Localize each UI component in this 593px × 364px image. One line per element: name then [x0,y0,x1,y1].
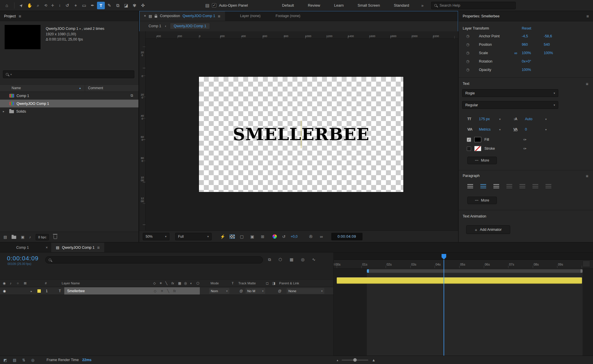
eyedropper-icon[interactable]: ✑ [523,137,527,142]
viewer-timecode[interactable]: 0:00:04:09 [331,233,363,240]
orbit-camera-tool-icon[interactable]: ⟲ [43,2,49,9]
quality-switch-icon[interactable]: ╲ [165,281,167,285]
panel-menu-icon[interactable]: ≡ [218,14,220,19]
stopwatch-icon[interactable]: ◷ [466,34,479,38]
project-settings-icon[interactable]: ♪ [29,235,31,239]
pen-tool-icon[interactable]: ✒ [89,2,96,9]
layer-fx-icon[interactable]: fx [173,289,176,293]
close-icon[interactable]: × [144,14,146,18]
text-more-button[interactable]: ••• More [467,157,497,164]
shy-switch-icon[interactable]: ◇ [153,281,156,285]
layer-color-chip[interactable] [37,289,41,293]
panel-menu-icon[interactable]: ≡ [586,14,589,19]
mask-visibility-icon[interactable]: ▢ [238,233,245,240]
layer-visibility-eye-icon[interactable]: ◉ [3,289,6,293]
pan-behind-tool-icon[interactable]: ⌖ [72,2,80,9]
align-right-icon[interactable] [493,184,499,189]
project-item-name[interactable]: QwertyJOO Comp 1 [46,27,78,31]
fast-previews-icon[interactable]: ⚡ [219,233,226,240]
justify-last-left-icon[interactable] [506,184,512,189]
sort-arrows-icon[interactable]: ⇅ [22,358,25,362]
zoom-in-icon[interactable]: ▲ [372,358,376,362]
justify-last-center-icon[interactable] [519,184,525,189]
timeline-tab-current[interactable]: ▤ QwertyJOO Comp 1 ≡ [51,243,104,252]
current-timecode[interactable]: 0:00:04:09 [7,255,39,262]
font-size-value[interactable]: 175 px [479,117,499,121]
workspace-small-screen[interactable]: Small Screen [358,3,380,8]
stopwatch-icon[interactable]: ◷ [466,67,479,72]
breadcrumb-current[interactable]: QwertyJOO Comp 1 [170,23,210,29]
eraser-tool-icon[interactable]: ◪ [122,2,130,9]
layer-name-cell[interactable]: Smellerbee [64,287,200,295]
selection-tool-icon[interactable]: ➤ [16,0,27,11]
position-x-value[interactable]: 960 [522,43,544,47]
column-preserve-transparency[interactable]: T [232,281,234,285]
blend-mode-dropdown[interactable]: Norn ▾ [209,288,229,294]
time-navigator-strip[interactable] [334,253,593,260]
chevron-down-icon[interactable]: ▾ [499,128,501,131]
graph-editor-icon[interactable]: ∿ [312,257,316,262]
project-row-comp1[interactable]: Comp 1 ⧉ [0,92,138,100]
project-search-input[interactable]: ▾ [3,70,134,78]
brush-tool-icon[interactable]: ✎ [105,2,113,9]
section-menu-icon[interactable]: ≡ [586,173,588,178]
font-style-dropdown[interactable]: Regular ▾ [462,101,558,109]
delete-trash-icon[interactable] [54,235,57,239]
timeline-search-input[interactable] [45,256,263,264]
mini-flowchart-icon[interactable]: ⧉ [268,257,271,262]
fill-checkbox[interactable]: ✓ [467,138,471,142]
region-of-interest-icon[interactable]: ▣ [249,233,256,240]
clone-stamp-tool-icon[interactable]: ⧉ [114,2,122,9]
auto-open-panel-checkbox[interactable]: ✓ [212,3,216,8]
tab-layer[interactable]: Layer (none) [240,14,261,18]
used-in-network-icon[interactable]: ⧉ [131,94,133,98]
transparency-grid-icon[interactable] [230,235,235,239]
stopwatch-icon[interactable]: ◷ [466,51,479,55]
link-scale-icon[interactable]: ∞ [514,51,517,55]
bit-depth-button[interactable]: 8 bpc [36,234,49,240]
column-layer-name[interactable]: Layer Name [62,281,80,285]
shape-tool-icon[interactable]: ▭ [80,2,88,9]
collapse-switch-icon[interactable]: ☀ [159,281,162,285]
comp-marker-bin[interactable] [583,261,590,267]
parent-dropdown[interactable]: None ▾ [287,288,324,294]
stopwatch-icon[interactable]: ◷ [466,42,479,47]
chevron-down-icon[interactable]: ▾ [79,27,81,30]
anchor-x-value[interactable]: -4,5 [522,34,544,38]
zoom-slider-thumb[interactable] [353,358,357,362]
reset-transform-button[interactable]: Reset [522,26,531,30]
type-tool-icon[interactable]: T [97,2,105,9]
magnification-dropdown[interactable]: 50% ▾ [143,233,169,240]
justify-all-icon[interactable] [546,184,551,189]
panel-menu-icon[interactable]: ≡ [97,245,100,250]
hand-tool-icon[interactable]: ✋ [26,2,34,9]
track-matte-dropdown[interactable]: No M ▾ [246,288,265,294]
fill-color-swatch[interactable] [474,137,481,142]
layer-collapse-icon[interactable]: ☀ [160,289,164,293]
project-row-solids[interactable]: ▸ Solids [0,107,138,115]
grid-guides-icon[interactable]: ⊞ [259,233,266,240]
tab-composition[interactable]: × ▤ Composition QwertyJOO Comp 1 ≡ [139,11,225,21]
expand-chevron-icon[interactable]: ▸ [31,289,32,292]
chevron-down-icon[interactable]: ▾ [545,128,547,131]
draft-3d-icon[interactable]: ⬡ [279,257,282,262]
toggle-switches-icon[interactable]: ◻ [266,281,269,285]
new-folder-icon[interactable] [12,236,16,239]
sort-ascending-icon[interactable]: ▲ [79,87,81,89]
three-d-switch-icon[interactable]: ⬡ [196,281,199,285]
stopwatch-icon[interactable]: ◷ [466,59,479,63]
zoom-tool-icon[interactable]: ⌕ [34,2,42,9]
composition-canvas[interactable]: SMELLERBEE [199,77,403,192]
show-snapshot-icon[interactable]: ∞ [318,233,325,240]
new-composition-icon[interactable]: ▣ [21,235,24,239]
align-center-icon[interactable] [480,184,486,189]
current-time-indicator-line[interactable] [444,260,444,356]
scale-x-value[interactable]: 100% [522,51,544,55]
tab-footage[interactable]: Footage (none) [276,14,300,18]
anchor-y-value[interactable]: -58,6 [544,34,569,38]
leading-value[interactable]: Auto [525,117,545,121]
frame-blend-switch-icon[interactable]: ▦ [178,281,181,285]
expand-chevron-icon[interactable]: ▸ [3,110,7,113]
layer-row-smellerbee[interactable]: ◉ ▸ 1 T Smellerbee ◇ ☀ ╲ fx Norn ▾ @ No … [0,287,333,295]
tracking-value[interactable]: 0 [525,127,545,131]
